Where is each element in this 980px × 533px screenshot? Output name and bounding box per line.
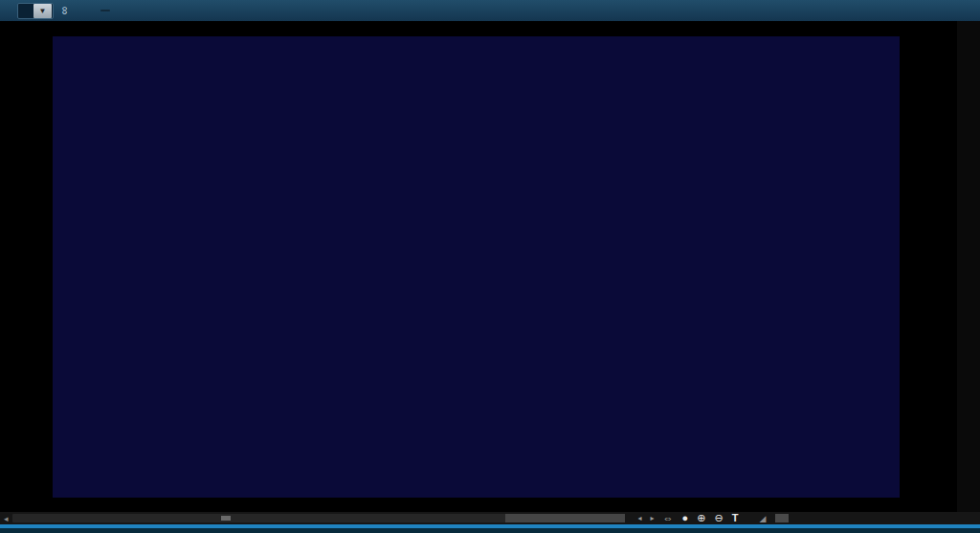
- bottom-fill: [0, 528, 980, 533]
- top-toolbar: ▼ ∞: [0, 0, 980, 21]
- status-bar: ◂ ◂ ▸ ⇔ ● ⊕ ⊖ T ◢: [0, 512, 980, 524]
- statusbar-box[interactable]: [775, 514, 789, 522]
- scrollbar-knob[interactable]: [221, 516, 231, 521]
- symbol-area: ▼ ∞: [0, 0, 120, 21]
- pan-left-icon[interactable]: ◂: [638, 515, 642, 522]
- pan-right-icon[interactable]: ▸: [651, 515, 655, 522]
- symbol-dropdown-icon[interactable]: ▼: [33, 4, 52, 18]
- chart-tools: ◂ ▸ ⇔ ● ⊕ ⊖ T: [638, 513, 739, 523]
- gadget-sidebar: [957, 21, 980, 512]
- chart-canvas[interactable]: [0, 36, 957, 512]
- collapse-left-icon[interactable]: ◂: [0, 514, 12, 523]
- resize-handle-icon[interactable]: ◢: [759, 514, 766, 523]
- scrollbar-segment[interactable]: [505, 514, 625, 522]
- dot-cursor-icon[interactable]: ●: [682, 513, 689, 523]
- symbol-input[interactable]: ▼: [17, 3, 54, 19]
- link-icon[interactable]: ∞: [58, 7, 72, 15]
- chart-scrollbar[interactable]: [12, 514, 625, 522]
- zoom-out-icon[interactable]: ⊖: [714, 513, 723, 523]
- price-change: [100, 10, 110, 11]
- chart-area[interactable]: [0, 36, 957, 512]
- chart-header: [0, 21, 980, 36]
- thinkorswim-app: ▼ ∞ ◂: [0, 0, 980, 533]
- zoom-in-icon[interactable]: ⊕: [697, 513, 705, 523]
- text-tool-icon[interactable]: T: [732, 513, 739, 523]
- pan-icon[interactable]: ⇔: [663, 513, 674, 523]
